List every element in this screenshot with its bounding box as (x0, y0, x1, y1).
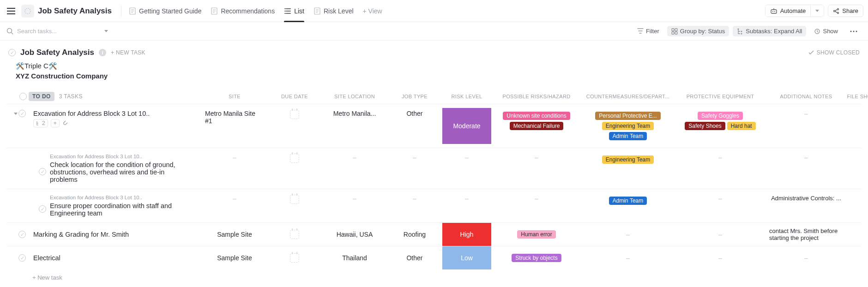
automate-dropdown[interactable] (810, 5, 824, 17)
cell-due-date[interactable] (267, 152, 322, 165)
status-circle-icon[interactable]: ✓ (18, 110, 26, 117)
cell-equip[interactable]: – (674, 251, 766, 265)
cell-equip[interactable]: – (674, 152, 766, 163)
cell-file[interactable] (846, 228, 868, 241)
cell-site[interactable]: Metro Manila Site #1 (202, 108, 267, 126)
col-header[interactable]: PROTECTIVE EQUIPMENT (674, 94, 766, 99)
task-row[interactable]: ✓ Excavation for Address Block 3 Lot 10.… (6, 104, 862, 148)
tag[interactable]: Human error (517, 230, 555, 239)
cell-equip[interactable]: – (674, 193, 766, 204)
task-title[interactable]: Ensure proper coordination with staff an… (50, 202, 188, 217)
search-input[interactable] (17, 28, 101, 35)
cell-location[interactable]: – (322, 193, 387, 204)
cell-site[interactable]: Sample Site (202, 252, 267, 263)
cell-notes[interactable]: contact Mrs. Smith before starting the p… (766, 226, 846, 243)
cell-due-date[interactable] (267, 251, 322, 264)
col-header[interactable]: ADDITIONAL NOTES (766, 94, 846, 99)
cell-due-date[interactable] (267, 193, 322, 206)
col-header[interactable]: POSSIBLE RISKS/HAZARD (491, 94, 582, 99)
cell-equip[interactable]: Safety GogglesSafety ShoesHard hat (674, 108, 766, 134)
task-title[interactable]: Excavation for Address Block 3 Lot 10.. (33, 110, 150, 117)
tag[interactable]: Admin Team (609, 132, 647, 140)
info-icon[interactable]: i (99, 49, 106, 56)
col-header[interactable]: DUE DATE (267, 94, 322, 99)
cell-location[interactable]: Thailand (322, 252, 387, 263)
cell-equip[interactable]: – (674, 227, 766, 242)
cell-jobtype[interactable]: Other (387, 252, 442, 263)
cell-counter[interactable]: Admin Team (582, 193, 674, 209)
cell-counter[interactable]: – (582, 227, 674, 242)
status-circle-icon[interactable]: ✓ (39, 168, 46, 175)
cell-jobtype[interactable]: – (387, 193, 442, 204)
search-box[interactable] (6, 28, 108, 35)
add-subtask[interactable]: + (51, 119, 60, 127)
col-header[interactable]: COUNTERMEASURES/DEPART... (582, 94, 674, 99)
tab-add-view[interactable]: + View (358, 0, 387, 22)
cell-counter[interactable]: Engineering Team (582, 152, 674, 167)
tag[interactable]: Mechanical Failure (510, 122, 564, 130)
tag[interactable]: Engineering Team (602, 122, 654, 130)
cell-file[interactable] (846, 152, 868, 165)
select-all-circle[interactable] (19, 93, 27, 100)
cell-location[interactable]: Hawaii, USA (322, 229, 387, 240)
cell-hazards[interactable]: Human error (491, 227, 582, 242)
cell-counter[interactable]: – (582, 251, 674, 265)
status-pill[interactable]: TO DO (29, 92, 54, 101)
status-circle-icon[interactable]: ✓ (8, 49, 16, 56)
expand-icon[interactable] (14, 113, 18, 115)
subtask-count[interactable]: 2 (33, 119, 48, 127)
tag[interactable]: Safety Shoes (685, 122, 725, 130)
cell-counter[interactable]: Personal Protective E...Engineering Team… (582, 108, 674, 144)
tag[interactable]: Admin Team (609, 197, 647, 205)
cell-jobtype[interactable]: Other (387, 108, 442, 119)
cell-notes[interactable]: – (766, 108, 846, 119)
cell-jobtype[interactable]: Roofing (387, 229, 442, 240)
subtask-row[interactable]: ✓ Excavation for Address Block 3 Lot 10.… (6, 148, 862, 189)
tag[interactable]: Unknown site conditions (503, 112, 570, 120)
cell-risk[interactable]: – (442, 193, 491, 204)
tag[interactable]: Personal Protective E... (595, 112, 660, 120)
cell-due-date[interactable] (267, 228, 322, 241)
tab-list[interactable]: List (279, 0, 309, 22)
cell-hazards[interactable]: – (491, 152, 582, 163)
cell-notes[interactable]: – (766, 152, 846, 163)
cell-site[interactable]: – (202, 193, 267, 204)
tag[interactable]: Struck by objects (512, 254, 561, 262)
cell-risk[interactable]: Low (442, 246, 491, 269)
filter-button[interactable]: Filter (633, 26, 663, 36)
task-title[interactable]: Electrical (33, 254, 60, 262)
cell-due-date[interactable] (267, 108, 322, 121)
cell-jobtype[interactable]: – (387, 152, 442, 163)
parent-crumb[interactable]: Excavation for Address Block 3 Lot 10.. (50, 195, 188, 200)
tab-recommendations[interactable]: Recommendations (206, 0, 279, 22)
cell-file[interactable] (846, 108, 868, 120)
task-row[interactable]: ✓ Marking & Grading for Mr. Smith Sample… (6, 222, 862, 246)
show-button[interactable]: Show (810, 26, 842, 36)
cell-site[interactable]: – (202, 152, 267, 163)
cell-risk[interactable]: Moderate (442, 108, 491, 144)
tag[interactable]: Engineering Team (602, 155, 654, 164)
cell-file[interactable] (846, 251, 868, 264)
cell-notes[interactable]: Administrative Controls: ... (766, 193, 846, 203)
subtasks-button[interactable]: Subtasks: Expand All (733, 26, 806, 36)
status-circle-icon[interactable]: ✓ (39, 205, 46, 213)
tag[interactable]: Safety Goggles (698, 112, 743, 120)
col-header[interactable]: JOB TYPE (387, 94, 442, 99)
tab-risk-level[interactable]: Risk Level (309, 0, 358, 22)
chevron-down-icon[interactable] (104, 30, 108, 32)
task-row[interactable]: ✓ Electrical Sample Site Thailand Other … (6, 246, 862, 269)
task-title[interactable]: Marking & Grading for Mr. Smith (33, 231, 129, 238)
cell-hazards[interactable]: – (491, 193, 582, 204)
col-header[interactable]: SITE LOCATION (322, 94, 387, 99)
more-button[interactable] (846, 29, 862, 34)
new-task-row[interactable]: + New task (6, 269, 862, 281)
col-header[interactable]: FILE SHOWING THE STEP (846, 94, 868, 99)
task-title[interactable]: Check location for the condition of grou… (50, 161, 188, 183)
menu-icon[interactable] (5, 5, 18, 18)
cell-hazards[interactable]: Unknown site conditionsMechanical Failur… (491, 108, 582, 134)
status-circle-icon[interactable]: ✓ (18, 254, 26, 262)
tag[interactable]: Hard hat (727, 122, 756, 130)
status-circle-icon[interactable]: ✓ (18, 231, 26, 238)
cell-site[interactable]: Sample Site (202, 229, 267, 240)
cell-hazards[interactable]: Struck by objects (491, 250, 582, 266)
